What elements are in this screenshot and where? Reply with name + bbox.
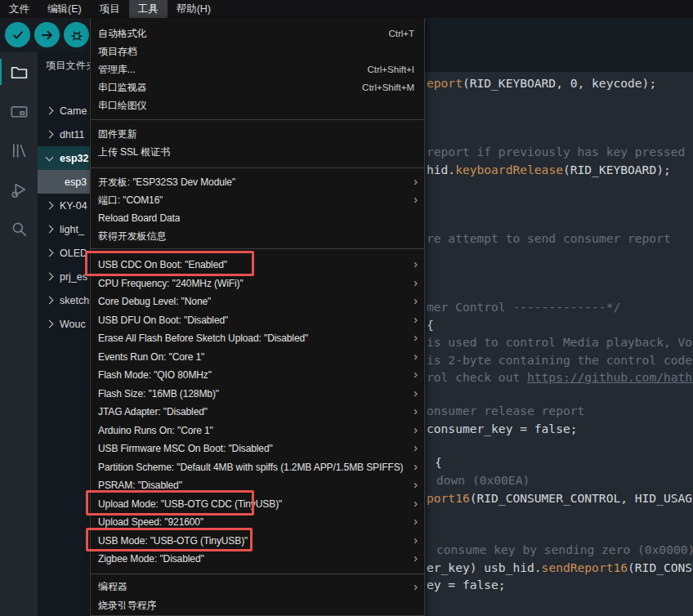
submenu-arrow-icon: ›	[414, 516, 418, 527]
submenu-arrow-icon: ›	[414, 258, 418, 270]
menu-item-label: Upload Speed: "921600"	[98, 516, 203, 528]
menu-item-label: 烧录引导程序	[98, 599, 156, 613]
menu-item[interactable]: 固件更新	[91, 125, 424, 143]
code-line[interactable]: report if previously has key pressed	[427, 145, 685, 158]
menu-item[interactable]: 烧录引导程序	[91, 596, 424, 615]
code-line[interactable]: is used to control Media playback, Vol	[427, 335, 693, 349]
code-line[interactable]: consumer_key = false;	[427, 422, 578, 435]
menu-item[interactable]: 端口: "COM16"›	[91, 191, 424, 209]
code-line[interactable]: ey = false;	[427, 578, 506, 591]
menu-section-1: 自动格式化Ctrl+T项目存档管理库...Ctrl+Shift+I串口监视器Ct…	[91, 18, 424, 119]
menu-item-label: Core Debug Level: "None"	[98, 296, 211, 307]
highlight-box-usb-mode	[86, 528, 253, 551]
menu-item-label: Erase All Flash Before Sketch Upload: "D…	[98, 333, 308, 344]
menubar-item-1[interactable]: 编辑(E)	[38, 0, 91, 18]
menu-section-5: 编程器›烧录引导程序	[91, 574, 424, 616]
code-segment: rol check out	[427, 370, 527, 384]
code-line[interactable]: down (0x00EA)	[436, 473, 530, 487]
code-line[interactable]: {	[435, 455, 442, 469]
menu-item[interactable]: USB Firmware MSC On Boot: "Disabled"›	[91, 440, 424, 458]
menu-item-label: 项目存档	[98, 45, 137, 59]
menu-item-label: 上传 SSL 根证书	[98, 145, 170, 159]
code-segment: onsumer release report	[427, 404, 584, 417]
code-segment: keyboardRelease	[455, 163, 563, 176]
menu-item-shortcut: Ctrl+Shift+I	[367, 65, 414, 74]
code-line[interactable]: consume key by sending zero (0x0000)	[436, 542, 693, 556]
submenu-arrow-icon: ›	[414, 314, 418, 325]
menu-item[interactable]: Flash Size: "16MB (128Mb)"›	[91, 385, 424, 404]
menu-item-label: 获得开发板信息	[98, 230, 166, 243]
code-line[interactable]: rol check out https://github.com/hathac	[427, 370, 693, 384]
code-segment: consume key by sending zero (0x0000)	[436, 542, 693, 556]
menubar-item-2[interactable]: 项目	[91, 0, 129, 18]
menu-item[interactable]: 自动格式化Ctrl+T	[91, 25, 424, 42]
submenu-arrow-icon: ›	[414, 387, 418, 399]
menu-item[interactable]: Erase All Flash Before Sketch Upload: "D…	[91, 329, 424, 348]
code-segment: ey = false;	[427, 578, 506, 591]
menu-item-label: 端口: "COM16"	[98, 194, 163, 208]
menu-item[interactable]: Arduino Runs On: "Core 1"›	[91, 422, 424, 440]
menu-item[interactable]: Core Debug Level: "None"›	[91, 292, 424, 311]
code-segment: sendReport16	[542, 560, 628, 574]
menu-item[interactable]: USB DFU On Boot: "Disabled"›	[91, 311, 424, 330]
menu-item[interactable]: 编程器›	[91, 578, 424, 597]
menubar: 文件编辑(E)项目工具帮助(H)	[0, 0, 693, 18]
menu-item-label: 自动格式化	[98, 27, 147, 41]
arduino-ide-window: 文件编辑(E)项目工具帮助(H) 项目文件夹 Camedht11esp32esp…	[0, 0, 693, 616]
tools-menu: 自动格式化Ctrl+T项目存档管理库...Ctrl+Shift+I串口监视器Ct…	[90, 18, 425, 616]
menu-item[interactable]: Flash Mode: "QIO 80MHz"›	[91, 366, 424, 385]
menubar-item-3[interactable]: 工具	[129, 0, 168, 18]
code-segment: down (0x00EA)	[436, 473, 530, 487]
menu-item-label: Events Run On: "Core 1"	[98, 351, 204, 363]
submenu-arrow-icon: ›	[414, 350, 418, 362]
menu-item[interactable]: Reload Board Data	[91, 209, 424, 227]
code-segment: {	[427, 318, 434, 332]
highlight-box-upload-mode	[86, 490, 254, 516]
code-line[interactable]: port16(RID_CONSUMER_CONTROL, HID_USAGE_	[427, 491, 693, 505]
menu-item-label: CPU Frequency: "240MHz (WiFi)"	[98, 278, 244, 289]
submenu-arrow-icon: ›	[414, 534, 418, 546]
menu-item[interactable]: 项目存档	[91, 42, 424, 60]
menubar-item-0[interactable]: 文件	[0, 0, 38, 18]
menu-item[interactable]: Zigbee Mode: "Disabled"›	[91, 550, 424, 569]
code-segment: is 2-byte containing the control code o	[427, 353, 693, 367]
menu-item-label: 开发板: "ESP32S3 Dev Module"	[98, 176, 235, 190]
menubar-item-4[interactable]: 帮助(H)	[168, 0, 220, 18]
menu-section-4: USB CDC On Boot: "Enabled"›CPU Frequency…	[91, 248, 424, 574]
menu-item[interactable]: 获得开发板信息	[91, 227, 424, 245]
code-segment: (RID_KEYBOARD, 0, keycode);	[463, 76, 656, 90]
submenu-arrow-icon: ›	[414, 194, 418, 205]
menu-item-label: 固件更新	[98, 127, 137, 141]
menu-item-label: 串口绘图仪	[98, 99, 147, 113]
code-line[interactable]: eport(RID_KEYBOARD, 0, keycode);	[427, 76, 656, 90]
menu-item[interactable]: 串口监视器Ctrl+Shift+M	[91, 78, 424, 96]
menu-item[interactable]: Partition Scheme: "Default 4MB with spif…	[91, 458, 424, 477]
menu-item[interactable]: 上传 SSL 根证书	[91, 143, 424, 161]
code-segment: (RID_CONSUMER_CONTROL, HID_USAGE_	[470, 491, 693, 505]
code-line[interactable]: {	[427, 318, 434, 332]
code-segment: consumer_key = false;	[427, 422, 578, 435]
menu-item[interactable]: 串口绘图仪	[91, 96, 424, 114]
code-line[interactable]: onsumer release report	[427, 404, 584, 417]
menu-item[interactable]: JTAG Adapter: "Disabled"›	[91, 403, 424, 422]
menu-item-shortcut: Ctrl+T	[388, 29, 414, 38]
code-line[interactable]: mer Control -------------*/	[427, 300, 620, 314]
menu-item-label: 管理库...	[98, 63, 135, 77]
menu-item[interactable]: Events Run On: "Core 1"›	[91, 348, 424, 367]
code-line[interactable]: er_key) usb_hid.sendReport16(RID_CONSUM	[427, 560, 693, 574]
menu-section-3: 开发板: "ESP32S3 Dev Module"›端口: "COM16"›Re…	[91, 167, 424, 248]
submenu-arrow-icon: ›	[414, 368, 418, 380]
menu-item[interactable]: 开发板: "ESP32S3 Dev Module"›	[91, 173, 424, 191]
submenu-arrow-icon: ›	[414, 552, 418, 564]
submenu-arrow-icon: ›	[414, 332, 418, 343]
menu-item-label: Flash Size: "16MB (128Mb)"	[98, 388, 219, 400]
menu-item[interactable]: 管理库...Ctrl+Shift+I	[91, 60, 424, 78]
submenu-arrow-icon: ›	[414, 295, 418, 306]
submenu-arrow-icon: ›	[414, 581, 418, 592]
code-line[interactable]: is 2-byte containing the control code o	[427, 353, 693, 367]
menu-item[interactable]: CPU Frequency: "240MHz (WiFi)"›	[91, 275, 424, 293]
code-line[interactable]: hid.keyboardRelease(RID_KEYBOARD);	[427, 163, 671, 176]
code-segment: report if previously has key pressed	[427, 145, 685, 158]
code-segment: is used to control Media playback, Vol	[427, 335, 693, 349]
code-line[interactable]: re attempt to send consumer report	[427, 231, 671, 245]
